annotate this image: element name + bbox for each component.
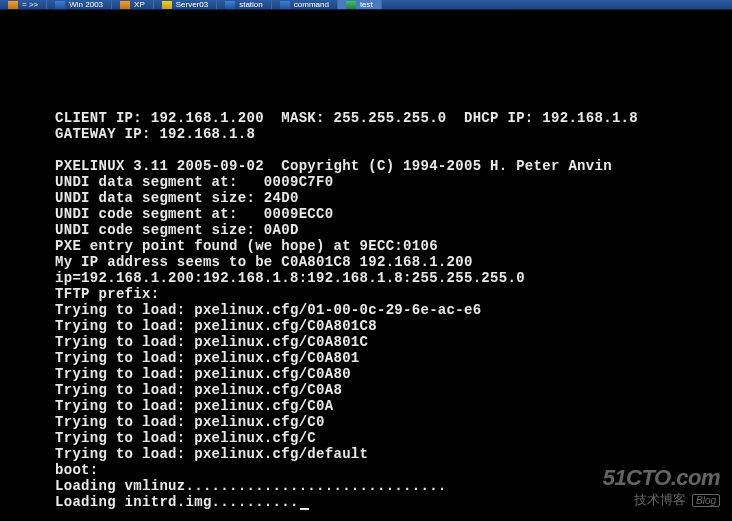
terminal-line: PXELINUX 3.11 2005-09-02 Copyright (C) 1…: [55, 158, 732, 174]
taskbar-label: = >>: [22, 0, 38, 9]
terminal-line: Trying to load: pxelinux.cfg/C0A80: [55, 366, 732, 382]
terminal-line: Loading vmlinuz.........................…: [55, 478, 732, 494]
terminal-line: ip=192.168.1.200:192.168.1.8:192.168.1.8…: [55, 270, 732, 286]
terminal-line: Trying to load: pxelinux.cfg/C0A8: [55, 382, 732, 398]
taskbar-icon: [120, 1, 130, 9]
taskbar-icon: [8, 1, 18, 9]
taskbar-label: test: [360, 0, 373, 9]
taskbar-label: station: [239, 0, 263, 9]
terminal-line: GATEWAY IP: 192.168.1.8: [55, 126, 732, 142]
terminal-line: [55, 142, 732, 158]
terminal-line: Trying to load: pxelinux.cfg/default: [55, 446, 732, 462]
terminal-line: CLIENT IP: 192.168.1.200 MASK: 255.255.2…: [55, 110, 732, 126]
terminal-line: TFTP prefix:: [55, 286, 732, 302]
taskbar-item-6[interactable]: test: [338, 0, 382, 9]
terminal-line: UNDI data segment at: 0009C7F0: [55, 174, 732, 190]
terminal-line: Trying to load: pxelinux.cfg/C0: [55, 414, 732, 430]
terminal-line: boot:: [55, 462, 732, 478]
taskbar-label: Server03: [176, 0, 208, 9]
terminal-line: UNDI data segment size: 24D0: [55, 190, 732, 206]
taskbar-label: command: [294, 0, 329, 9]
taskbar-item-1[interactable]: Win 2003: [47, 0, 112, 9]
taskbar-icon: [280, 1, 290, 9]
terminal-line: Trying to load: pxelinux.cfg/C0A801: [55, 350, 732, 366]
taskbar-item-2[interactable]: XP: [112, 0, 154, 9]
taskbar-label: XP: [134, 0, 145, 9]
terminal-line: Loading initrd.img..........: [55, 494, 732, 510]
terminal-line: Trying to load: pxelinux.cfg/C: [55, 430, 732, 446]
terminal-line: PXE entry point found (we hope) at 9ECC:…: [55, 238, 732, 254]
taskbar-icon: [225, 1, 235, 9]
terminal-line: Trying to load: pxelinux.cfg/C0A801C: [55, 334, 732, 350]
taskbar-item-4[interactable]: station: [217, 0, 272, 9]
taskbar-icon: [162, 1, 172, 9]
taskbar-item-5[interactable]: command: [272, 0, 338, 9]
taskbar-item-3[interactable]: Server03: [154, 0, 217, 9]
cursor: [300, 508, 309, 510]
boot-terminal: CLIENT IP: 192.168.1.200 MASK: 255.255.2…: [0, 10, 732, 510]
taskbar: = >>Win 2003XPServer03stationcommandtest: [0, 0, 732, 10]
terminal-line: UNDI code segment at: 0009ECC0: [55, 206, 732, 222]
taskbar-icon: [55, 1, 65, 9]
taskbar-icon: [346, 1, 356, 9]
terminal-line: Trying to load: pxelinux.cfg/C0A: [55, 398, 732, 414]
taskbar-label: Win 2003: [69, 0, 103, 9]
terminal-line: Trying to load: pxelinux.cfg/01-00-0c-29…: [55, 302, 732, 318]
terminal-line: Trying to load: pxelinux.cfg/C0A801C8: [55, 318, 732, 334]
terminal-line: My IP address seems to be C0A801C8 192.1…: [55, 254, 732, 270]
terminal-line: UNDI code segment size: 0A0D: [55, 222, 732, 238]
taskbar-item-0[interactable]: = >>: [0, 0, 47, 9]
